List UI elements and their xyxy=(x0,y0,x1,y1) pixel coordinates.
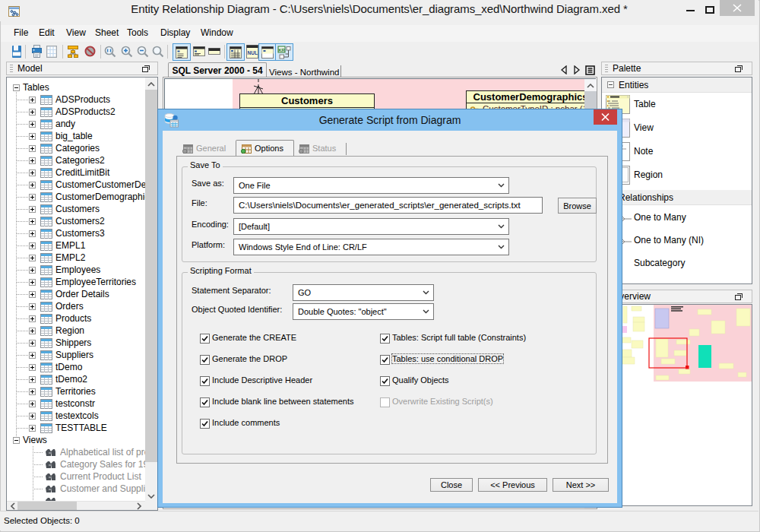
svg-text:NUL: NUL xyxy=(248,50,258,55)
svg-text:KR: KR xyxy=(278,48,285,52)
